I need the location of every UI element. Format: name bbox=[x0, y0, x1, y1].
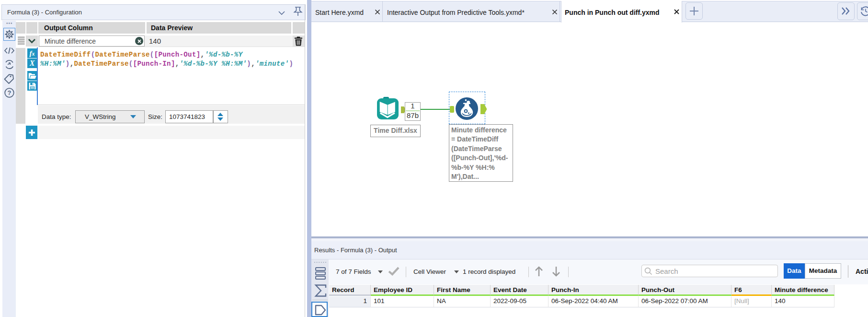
svg-text:?: ? bbox=[8, 89, 11, 96]
